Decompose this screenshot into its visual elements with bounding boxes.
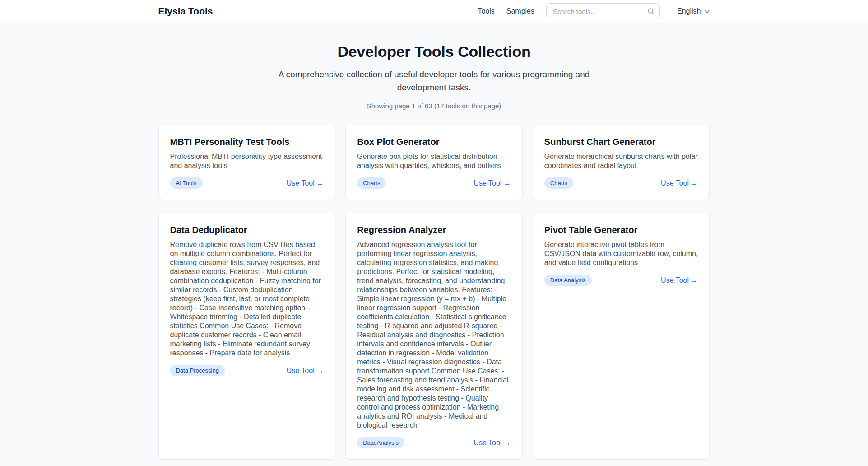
- tool-card-description: Professional MBTI personality type asses…: [170, 152, 324, 170]
- category-badge: Data Analysis: [357, 437, 404, 448]
- tool-card-title: MBTI Personality Test Tools: [170, 136, 324, 148]
- main-content: Developer Tools Collection A comprehensi…: [0, 23, 868, 466]
- tool-card-box-plot: Box Plot Generator Generate box plots fo…: [345, 125, 523, 200]
- category-badge: AI Tools: [170, 177, 203, 189]
- use-tool-link[interactable]: Use Tool →: [287, 367, 324, 375]
- use-tool-link[interactable]: Use Tool →: [473, 439, 511, 447]
- category-badge: Charts: [544, 177, 573, 189]
- tool-card-title: Pivot Table Generator: [544, 224, 698, 236]
- tool-card-footer: Data Analysis Use Tool →: [357, 437, 511, 448]
- use-tool-link[interactable]: Use Tool →: [473, 179, 511, 187]
- category-badge: Data Processing: [170, 365, 225, 376]
- tool-card-deduplicator: Data Deduplicator Remove duplicate rows …: [158, 213, 336, 460]
- search-box: [546, 3, 660, 19]
- navbar-inner: Elysia Tools Tools Samples English: [158, 3, 710, 19]
- paging-status: Showing page 1 of 63 (12 tools on this p…: [0, 102, 868, 110]
- use-tool-link[interactable]: Use Tool →: [661, 179, 698, 187]
- tools-grid: MBTI Personality Test Tools Professional…: [158, 125, 710, 466]
- language-selector[interactable]: English: [677, 7, 710, 15]
- tool-card-pivot-table: Pivot Table Generator Generate interacti…: [533, 213, 710, 460]
- tool-card-title: Sunburst Chart Generator: [544, 136, 698, 148]
- navbar-right-group: Tools Samples English: [478, 3, 710, 19]
- navbar: Elysia Tools Tools Samples English: [0, 0, 868, 23]
- tool-card-description: Generate box plots for statistical distr…: [357, 152, 511, 170]
- tool-card-description: Generate interactive pivot tables from C…: [544, 240, 698, 267]
- page-subtitle: A comprehensive collection of useful dev…: [276, 68, 592, 94]
- brand-logo[interactable]: Elysia Tools: [158, 6, 213, 17]
- tool-card-title: Regression Analyzer: [357, 224, 511, 236]
- tool-card-mbti: MBTI Personality Test Tools Professional…: [158, 125, 336, 200]
- category-badge: Data Analysis: [544, 275, 592, 286]
- chevron-down-icon: [704, 9, 710, 14]
- use-tool-link[interactable]: Use Tool →: [287, 179, 324, 187]
- category-badge: Charts: [357, 177, 386, 189]
- tool-card-footer: Charts Use Tool →: [357, 177, 511, 189]
- use-tool-link[interactable]: Use Tool →: [661, 276, 698, 284]
- hero-section: Developer Tools Collection A comprehensi…: [0, 23, 868, 110]
- tool-card-footer: AI Tools Use Tool →: [170, 177, 324, 189]
- tool-card-title: Box Plot Generator: [357, 136, 511, 148]
- tool-card-title: Data Deduplicator: [170, 224, 324, 236]
- page-title: Developer Tools Collection: [0, 42, 868, 61]
- tool-card-footer: Data Analysis Use Tool →: [544, 275, 698, 286]
- tool-card-footer: Charts Use Tool →: [544, 177, 698, 189]
- tool-card-footer: Data Processing Use Tool →: [170, 365, 324, 376]
- nav-link-samples[interactable]: Samples: [506, 7, 534, 15]
- nav-link-tools[interactable]: Tools: [478, 7, 494, 15]
- tool-card-description: Remove duplicate rows from CSV files bas…: [170, 240, 324, 358]
- tool-card-description: Advanced regression analysis tool for pe…: [357, 240, 511, 430]
- tool-card-regression: Regression Analyzer Advanced regression …: [345, 213, 523, 460]
- search-input[interactable]: [546, 3, 660, 19]
- tool-card-sunburst: Sunburst Chart Generator Generate hierar…: [533, 125, 710, 200]
- language-label: English: [677, 7, 701, 15]
- tool-card-description: Generate hierarchical sunburst charts wi…: [544, 152, 698, 170]
